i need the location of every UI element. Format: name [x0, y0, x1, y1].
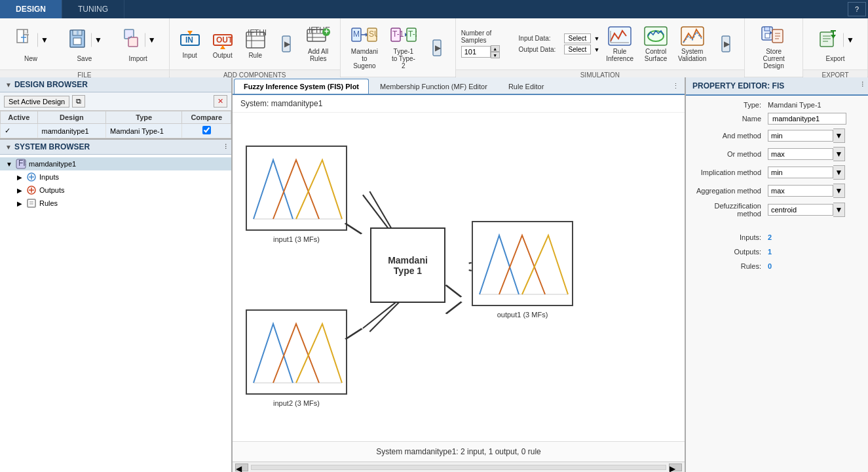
prop-row-type: Type: Mamdani Type-1: [690, 101, 864, 109]
center-panel: Fuzzy Inference System (FIS) Plot Member…: [233, 77, 685, 472]
fis-plot-area: System: mamdanitype1: [233, 95, 685, 462]
prop-outputs-stat-label: Outputs:: [690, 248, 765, 256]
prop-and-dropdown[interactable]: ▼: [833, 128, 845, 143]
main-toolbar: ▼ New ▼ Save: [0, 18, 868, 77]
help-button[interactable]: ?: [848, 2, 866, 16]
center-fis-box[interactable]: MamdaniType 1: [370, 227, 445, 303]
scroll-left-btn[interactable]: ◀: [235, 463, 248, 471]
output1-label: output1 (3 MFs): [472, 311, 573, 319]
prop-or-dropdown[interactable]: ▼: [833, 147, 845, 161]
spinner-down[interactable]: ▼: [491, 52, 500, 58]
tab-mf-editor[interactable]: Membership Function (MF) Editor: [370, 79, 497, 94]
prop-and-select[interactable]: [768, 130, 833, 142]
export-icon: [818, 28, 839, 49]
prop-aggregation-dropdown[interactable]: ▼: [833, 184, 845, 198]
convert-buttons: M→S SUG Mamdanito Sugeno T-1 T-2 Type-1t: [341, 18, 455, 77]
left-panel: ▼ DESIGN BROWSER ⋮ Set Active Design ⧉ ✕…: [0, 77, 233, 472]
save-icon: [68, 28, 86, 49]
prop-defuzz-dropdown[interactable]: ▼: [833, 203, 845, 217]
prop-implication-dropdown[interactable]: ▼: [833, 165, 845, 180]
input-button[interactable]: IN Input: [175, 26, 205, 62]
output1-chart: [472, 221, 573, 306]
prop-defuzz-select[interactable]: [768, 204, 833, 216]
import-dropdown-btn[interactable]: ▼: [145, 33, 159, 47]
design-row-compare[interactable]: [182, 124, 231, 138]
rule-inference-button[interactable]: RuleInference: [602, 22, 637, 66]
tree-expand-rules[interactable]: ▶: [16, 200, 24, 207]
copy-design-button[interactable]: ⧉: [72, 95, 85, 108]
new-btn-main[interactable]: [10, 26, 37, 54]
more-convert-button[interactable]: ▶: [424, 34, 450, 62]
svg-rect-6: [77, 31, 79, 35]
system-browser-title: SYSTEM BROWSER: [14, 142, 90, 151]
compare-checkbox[interactable]: [202, 126, 211, 134]
tab-rule-editor[interactable]: Rule Editor: [499, 79, 554, 94]
tab-tuning[interactable]: TUNING: [62, 0, 124, 18]
mamdani-to-sugeno-button[interactable]: M→S SUG Mamdanito Sugeno: [346, 22, 383, 73]
output-data-select-btn[interactable]: Select: [564, 45, 592, 54]
export-btn-main[interactable]: [813, 26, 843, 54]
prop-or-select[interactable]: [768, 148, 833, 160]
import-button[interactable]: ▼ Import: [113, 22, 164, 66]
input1-chart-wrapper: input1 (3 MFs): [246, 146, 347, 243]
export-dropdown-btn[interactable]: ▼: [843, 33, 858, 47]
prop-and-select-container: ▼: [768, 128, 845, 143]
rule-button[interactable]: IF THEN Rule: [240, 26, 271, 62]
output-button[interactable]: OUT Output: [208, 26, 238, 62]
input-data-row: Input Data: Select ▼: [519, 33, 600, 43]
rule-label: Rule: [248, 52, 262, 59]
tree-item-outputs[interactable]: ▶ Outputs: [0, 184, 231, 197]
tab-overflow[interactable]: ⋮: [667, 79, 685, 94]
more-simulation-button[interactable]: ▶: [713, 30, 739, 58]
new-button[interactable]: ▼ New: [5, 22, 56, 66]
new-dropdown-btn[interactable]: ▼: [37, 33, 52, 47]
scroll-right-btn[interactable]: ▶: [669, 463, 682, 471]
system-browser-header[interactable]: ▼ SYSTEM BROWSER ⋮: [0, 140, 231, 155]
tab-fis-plot[interactable]: Fuzzy Inference System (FIS) Plot: [234, 79, 369, 94]
input-data-dropdown[interactable]: ▼: [594, 35, 599, 42]
scroll-track[interactable]: [251, 465, 666, 470]
prop-row-name: Name: [690, 113, 864, 125]
bottom-scrollbar[interactable]: ◀ ▶: [233, 462, 685, 472]
svg-text:▶: ▶: [724, 39, 730, 49]
save-dropdown-btn[interactable]: ▼: [91, 33, 105, 47]
output-data-label: Output Data:: [519, 46, 561, 53]
set-active-design-button[interactable]: Set Active Design: [4, 96, 69, 108]
prop-aggregation-select[interactable]: [768, 185, 833, 197]
design-browser-title: DESIGN BROWSER: [14, 80, 88, 89]
type1-to-type2-button[interactable]: T-1 T-2 Type-1to Type-2: [386, 22, 421, 73]
designs-buttons: Store CurrentDesign: [745, 18, 802, 77]
output-data-dropdown[interactable]: ▼: [594, 47, 599, 53]
system-browser-more-icon[interactable]: ⋮: [223, 144, 229, 150]
prop-row-or: Or method ▼: [690, 147, 864, 161]
import-btn-main[interactable]: [117, 26, 145, 54]
prop-row-defuzz: Defuzzification method ▼: [690, 202, 864, 218]
output-label: Output: [213, 52, 233, 59]
store-current-design-button[interactable]: Store CurrentDesign: [750, 22, 797, 73]
prop-name-input[interactable]: [768, 113, 846, 125]
more-components-button[interactable]: ▶: [273, 30, 299, 58]
save-btn-main[interactable]: [64, 26, 91, 54]
input-data-select-btn[interactable]: Select: [564, 33, 592, 43]
add-all-rules-button[interactable]: IF THEN + Add AllRules: [302, 22, 335, 66]
tree-item-rules[interactable]: ▶ Rules: [0, 197, 231, 210]
prop-outputs-stat-value: 1: [768, 248, 772, 256]
spinner-up[interactable]: ▲: [491, 45, 500, 52]
design-browser-header[interactable]: ▼ DESIGN BROWSER ⋮: [0, 77, 231, 92]
export-button[interactable]: ▼ Export: [808, 22, 862, 66]
design-row-0[interactable]: ✓ mamdanitype1 Mamdani Type-1: [1, 124, 231, 138]
tree-item-inputs[interactable]: ▶ Inputs: [0, 170, 231, 184]
design-row-active: ✓: [1, 124, 38, 138]
system-validation-button[interactable]: SystemValidation: [674, 22, 710, 66]
close-design-button[interactable]: ✕: [214, 95, 227, 108]
tree-expand-outputs[interactable]: ▶: [16, 187, 24, 194]
save-button[interactable]: ▼ Save: [59, 22, 110, 66]
prop-implication-select[interactable]: [768, 167, 833, 178]
control-surface-button[interactable]: ControlSurface: [640, 22, 671, 66]
new-icon: [14, 28, 33, 49]
tree-item-mamdanitype1[interactable]: ▼ FIS mamdanitype1: [0, 157, 231, 170]
num-samples-input[interactable]: [461, 46, 491, 58]
tree-expand-mamdanitype1[interactable]: ▼: [5, 161, 13, 168]
tab-design[interactable]: DESIGN: [0, 0, 62, 18]
tree-expand-inputs[interactable]: ▶: [16, 174, 24, 181]
